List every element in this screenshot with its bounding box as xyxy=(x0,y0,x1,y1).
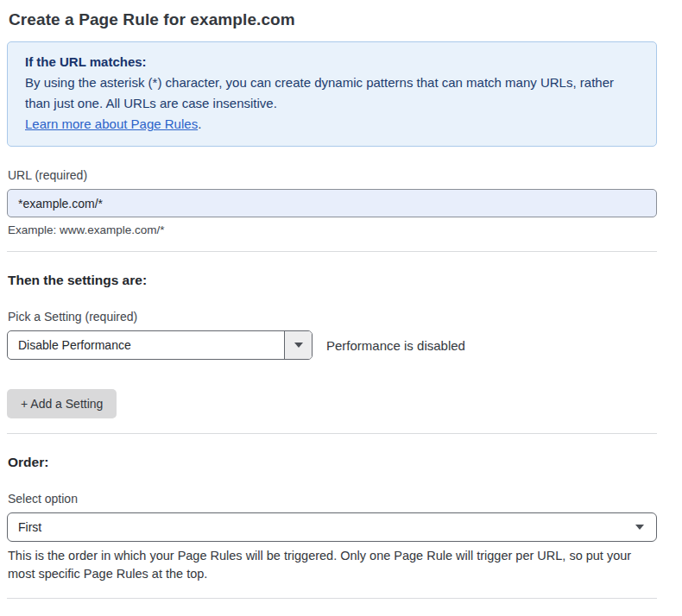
setting-picker-label: Pick a Setting (required) xyxy=(8,310,657,324)
url-input[interactable] xyxy=(7,189,657,217)
divider xyxy=(7,598,657,599)
link-suffix: . xyxy=(198,116,201,131)
order-section-heading: Order: xyxy=(8,455,657,470)
setting-picker-arrow-button[interactable] xyxy=(284,331,312,359)
learn-more-link[interactable]: Learn more about Page Rules xyxy=(25,116,198,131)
setting-row: Disable Performance Performance is disab… xyxy=(7,330,657,360)
chevron-down-icon xyxy=(294,343,303,348)
divider xyxy=(7,251,657,252)
url-field-label: URL (required) xyxy=(8,168,657,182)
page-title: Create a Page Rule for example.com xyxy=(9,10,657,29)
order-select[interactable]: First xyxy=(7,512,657,542)
create-page-rule-panel: Create a Page Rule for example.com If th… xyxy=(0,0,682,616)
setting-picker-dropdown[interactable]: Disable Performance xyxy=(7,330,313,360)
add-setting-button[interactable]: + Add a Setting xyxy=(7,389,117,418)
info-box-link-line: Learn more about Page Rules. xyxy=(25,114,639,135)
url-match-info-box: If the URL matches: By using the asteris… xyxy=(7,41,657,147)
setting-picker-value: Disable Performance xyxy=(8,331,284,359)
order-select-label: Select option xyxy=(8,492,657,506)
info-box-heading: If the URL matches: xyxy=(25,52,639,72)
order-select-value: First xyxy=(18,520,41,534)
divider xyxy=(7,433,657,434)
url-field-hint: Example: www.example.com/* xyxy=(8,223,657,236)
setting-status-text: Performance is disabled xyxy=(326,338,465,353)
chevron-down-icon xyxy=(635,525,644,530)
settings-section-heading: Then the settings are: xyxy=(8,273,657,288)
info-box-body: By using the asterisk (*) character, you… xyxy=(25,72,639,114)
order-help-text: This is the order in which your Page Rul… xyxy=(8,547,651,583)
